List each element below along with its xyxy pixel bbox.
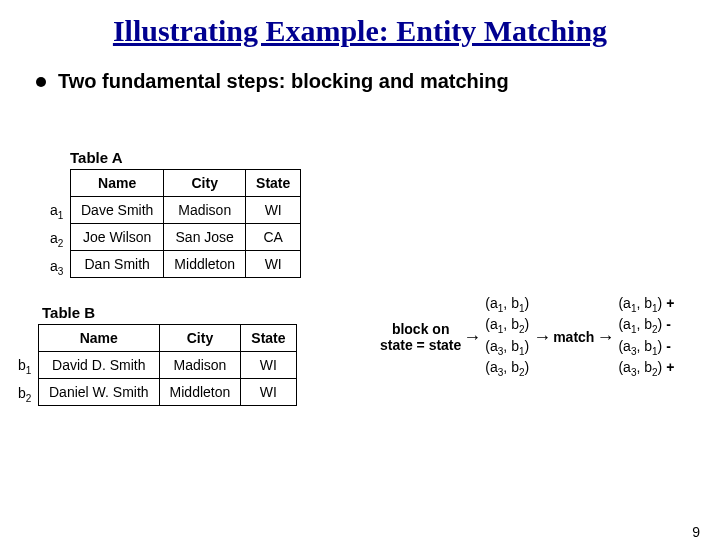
row-id-a2: a2 xyxy=(50,230,63,249)
candidate-pairs: (a1, b1) (a1, b2) (a3, b1) (a3, b2) xyxy=(485,294,529,379)
table-row: Daniel W. Smith Middleton WI xyxy=(39,379,297,406)
block-label: block on state = state xyxy=(380,321,461,353)
col-state: State xyxy=(241,325,296,352)
pair: (a1, b2) xyxy=(485,315,529,336)
table-row: Dave Smith Madison WI xyxy=(71,197,301,224)
table-row: Joe Wilson San Jose CA xyxy=(71,224,301,251)
result-pairs: (a1, b1) + (a1, b2) - (a3, b1) - (a3, b2… xyxy=(618,294,674,379)
row-id-a3: a3 xyxy=(50,258,63,277)
bullet-row: Two fundamental steps: blocking and matc… xyxy=(36,70,720,93)
table-header-row: Name City State xyxy=(71,170,301,197)
col-name: Name xyxy=(39,325,160,352)
pair: (a3, b2) xyxy=(485,358,529,379)
pair: (a1, b1) xyxy=(485,294,529,315)
col-state: State xyxy=(246,170,301,197)
row-id-a1: a1 xyxy=(50,202,63,221)
col-city: City xyxy=(164,170,246,197)
flow-diagram: block on state = state → (a1, b1) (a1, b… xyxy=(380,294,676,379)
slide-title: Illustrating Example: Entity Matching xyxy=(0,14,720,48)
table-b: Name City State David D. Smith Madison W… xyxy=(38,324,297,406)
table-b-label: Table B xyxy=(42,304,95,321)
table-header-row: Name City State xyxy=(39,325,297,352)
col-name: Name xyxy=(71,170,164,197)
pair: (a1, b2) - xyxy=(618,315,674,336)
pair: (a3, b1) xyxy=(485,337,529,358)
arrow-right-icon: → xyxy=(596,328,614,346)
arrow-right-icon: → xyxy=(533,328,551,346)
row-id-b1: b1 xyxy=(18,357,31,376)
table-row: David D. Smith Madison WI xyxy=(39,352,297,379)
col-city: City xyxy=(159,325,241,352)
page-number: 9 xyxy=(692,524,700,540)
slide: Illustrating Example: Entity Matching Tw… xyxy=(0,14,720,540)
match-label: match xyxy=(553,329,594,345)
pair: (a1, b1) + xyxy=(618,294,674,315)
table-a: Name City State Dave Smith Madison WI Jo… xyxy=(70,169,301,278)
arrow-right-icon: → xyxy=(463,328,481,346)
pair: (a3, b1) - xyxy=(618,337,674,358)
bullet-dot-icon xyxy=(36,77,46,87)
row-id-b2: b2 xyxy=(18,385,31,404)
bullet-text: Two fundamental steps: blocking and matc… xyxy=(58,70,509,93)
table-row: Dan Smith Middleton WI xyxy=(71,251,301,278)
table-a-label: Table A xyxy=(70,149,123,166)
pair: (a3, b2) + xyxy=(618,358,674,379)
